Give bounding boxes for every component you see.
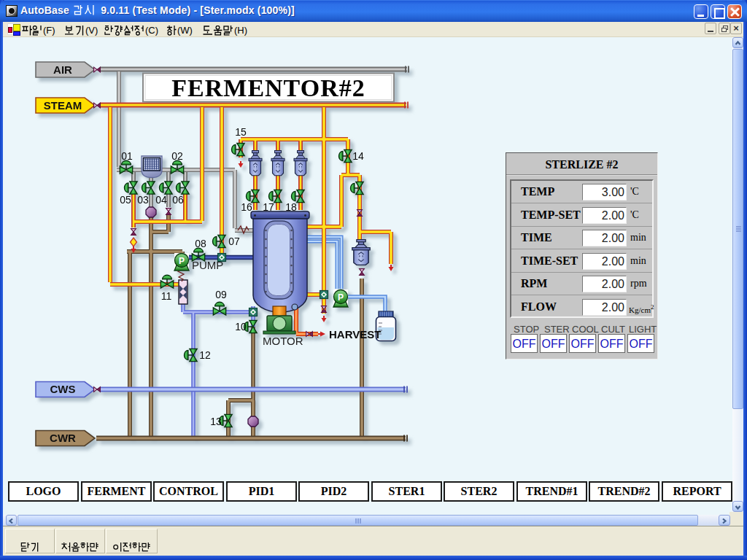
- svg-text:AIR: AIR: [53, 63, 72, 76]
- svg-text:14: 14: [352, 150, 364, 162]
- svg-text:01: 01: [121, 150, 133, 162]
- svg-text:02: 02: [171, 150, 183, 162]
- svg-text:18: 18: [285, 201, 297, 213]
- svg-text:PUMP: PUMP: [192, 259, 223, 271]
- svg-text:11: 11: [161, 290, 172, 302]
- svg-text:10: 10: [235, 321, 247, 332]
- svg-text:03: 03: [137, 194, 149, 206]
- svg-text:05: 05: [120, 194, 131, 206]
- svg-text:FERMENTOR#2: FERMENTOR#2: [171, 74, 365, 101]
- svg-text:16: 16: [241, 201, 252, 213]
- svg-text:04: 04: [155, 194, 167, 206]
- svg-text:CWS: CWS: [50, 383, 76, 395]
- svg-text:07: 07: [228, 236, 240, 247]
- svg-text:HARVEST: HARVEST: [329, 328, 381, 341]
- svg-text:12: 12: [199, 349, 211, 361]
- svg-text:13: 13: [210, 416, 222, 427]
- svg-text:MOTOR: MOTOR: [263, 335, 303, 347]
- svg-text:STEAM: STEAM: [44, 99, 82, 112]
- svg-text:09: 09: [215, 289, 227, 300]
- svg-text:15: 15: [235, 126, 247, 138]
- svg-text:08: 08: [195, 238, 206, 249]
- svg-text:17: 17: [263, 201, 274, 213]
- svg-text:CWR: CWR: [50, 432, 76, 444]
- svg-text:06: 06: [172, 194, 184, 206]
